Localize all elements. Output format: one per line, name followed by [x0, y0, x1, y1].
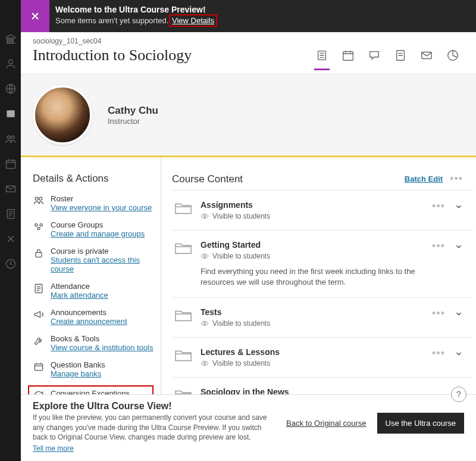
details-item-lock: Course is privateStudents can't access t…	[33, 247, 155, 273]
content-item[interactable]: Lectures & LessonsVisible to students•••	[172, 338, 474, 378]
details-item-link[interactable]: Mark attendance	[51, 291, 108, 300]
svg-rect-5	[6, 160, 15, 168]
visibility-label: Visible to students	[201, 252, 424, 260]
svg-point-0	[8, 60, 12, 64]
course-title: Introduction to Sociology	[33, 46, 192, 64]
content-item[interactable]: AssignmentsVisible to students•••	[172, 191, 474, 230]
preview-banner: Welcome to the Ultra Course Preview! Som…	[21, 0, 476, 32]
content-more-icon[interactable]: •••	[450, 173, 463, 185]
details-item-title: Roster	[51, 194, 152, 203]
calendar-icon[interactable]	[5, 158, 17, 170]
content-item-title: Lectures & Lessons	[201, 347, 424, 357]
details-item-bank: Question BanksManage banks	[33, 360, 155, 378]
svg-rect-2	[7, 110, 14, 117]
details-item-wrench: Books & ToolsView course & institution t…	[33, 334, 155, 352]
content-item[interactable]: Getting StartedVisible to studentsFind e…	[172, 230, 474, 298]
details-item-title: Announcements	[51, 308, 127, 317]
folder-icon	[174, 201, 192, 216]
refresh-icon	[33, 390, 45, 394]
tab-discussions-icon[interactable]	[368, 49, 381, 62]
chevron-down-icon[interactable]	[455, 242, 463, 251]
signout-icon[interactable]	[5, 258, 17, 270]
details-item-title: Course is private	[51, 247, 155, 256]
groups-icon[interactable]	[5, 133, 17, 145]
bank-icon	[33, 361, 45, 373]
content-item-more-icon[interactable]: •••	[432, 240, 445, 253]
chevron-down-icon[interactable]	[455, 203, 463, 211]
content-item-title: Tests	[201, 307, 424, 317]
details-item-refresh: Conversion ExceptionsReview all course e…	[29, 387, 152, 394]
tab-analytics-icon[interactable]	[446, 49, 459, 62]
content-item[interactable]: TestsVisible to students•••	[172, 298, 474, 338]
details-item-title: Conversion Exceptions	[51, 389, 149, 394]
roster-icon	[33, 195, 45, 207]
details-item-link[interactable]: View everyone in your course	[51, 203, 152, 212]
folder-icon	[174, 241, 192, 256]
use-ultra-button[interactable]: Use the Ultra course	[377, 413, 465, 434]
instructor-role: Instructor	[108, 117, 158, 126]
chevron-down-icon[interactable]	[455, 310, 463, 318]
banner-subtitle: Some items aren't yet supported. View De…	[55, 15, 215, 26]
close-banner-button[interactable]	[21, 0, 49, 32]
visibility-label: Visible to students	[201, 212, 424, 220]
content-item-more-icon[interactable]: •••	[432, 200, 445, 213]
details-item-groups: Course GroupsCreate and manage groups	[33, 220, 155, 238]
svg-point-17	[40, 224, 42, 226]
lock-icon	[33, 247, 45, 259]
banner-title: Welcome to the Ultra Course Preview!	[55, 4, 215, 15]
visibility-label: Visible to students	[201, 359, 424, 367]
groups-icon	[33, 221, 45, 233]
svg-rect-21	[35, 364, 42, 370]
content-item-title: Assignments	[201, 200, 424, 210]
details-item-link[interactable]: Students can't access this course	[51, 256, 155, 273]
attendance-icon	[33, 282, 45, 294]
wrench-icon	[33, 335, 45, 347]
instructor-band: Cathy Chu Instructor	[21, 74, 476, 157]
batch-edit-link[interactable]: Batch Edit	[405, 175, 443, 183]
institution-icon[interactable]	[5, 33, 17, 45]
view-details-link[interactable]: View Details	[171, 16, 215, 25]
tools-icon[interactable]	[5, 233, 17, 245]
footer-bar: ? Explore the Ultra Course View! If you …	[21, 394, 476, 461]
content-item-desc: Find everything you need in the first we…	[201, 266, 424, 288]
details-item-link[interactable]: Create announcement	[51, 317, 127, 326]
content-item[interactable]: Sociology in the News	[172, 378, 474, 394]
svg-point-15	[39, 197, 42, 200]
content-item-more-icon[interactable]: •••	[432, 347, 445, 360]
course-id: sociology_101_sec04	[33, 37, 464, 45]
tab-gradebook-icon[interactable]	[394, 49, 407, 62]
content-item-more-icon[interactable]: •••	[432, 307, 445, 320]
svg-point-22	[204, 216, 206, 217]
messages-icon[interactable]	[5, 183, 17, 195]
details-item-megaphone: AnnouncementsCreate announcement	[33, 308, 155, 326]
globe-icon[interactable]	[5, 83, 17, 95]
instructor-name: Cathy Chu	[108, 105, 158, 117]
folder-icon	[174, 348, 192, 363]
tab-calendar-icon[interactable]	[342, 49, 355, 62]
back-to-original-link[interactable]: Back to Original course	[286, 419, 366, 428]
details-item-link[interactable]: View course & institution tools	[51, 343, 153, 352]
courses-icon[interactable]	[5, 108, 17, 120]
svg-point-3	[7, 136, 10, 139]
visibility-label: Visible to students	[201, 319, 424, 328]
chevron-down-icon[interactable]	[455, 350, 463, 358]
profile-icon[interactable]	[5, 58, 17, 70]
grades-icon[interactable]	[5, 208, 17, 220]
svg-point-14	[35, 197, 38, 200]
details-item-link[interactable]: Manage banks	[51, 369, 105, 378]
details-item-link[interactable]: Create and manage groups	[51, 229, 145, 238]
tab-messages-icon[interactable]	[420, 49, 433, 62]
tell-me-more-link[interactable]: Tell me more	[33, 444, 74, 453]
details-actions-panel: Details & Actions RosterView everyone in…	[33, 157, 161, 394]
details-item-title: Question Banks	[51, 360, 105, 369]
megaphone-icon	[33, 309, 45, 320]
tab-content-icon[interactable]	[315, 49, 328, 62]
course-header: sociology_101_sec04 Introduction to Soci…	[21, 32, 476, 64]
svg-rect-10	[343, 52, 353, 61]
help-icon[interactable]: ?	[451, 387, 466, 402]
svg-point-18	[37, 227, 40, 229]
svg-rect-6	[6, 186, 15, 192]
course-tabs	[315, 49, 464, 62]
svg-rect-12	[422, 52, 432, 59]
course-content-panel: Course Content Batch Edit ••• Assignment…	[161, 157, 474, 394]
